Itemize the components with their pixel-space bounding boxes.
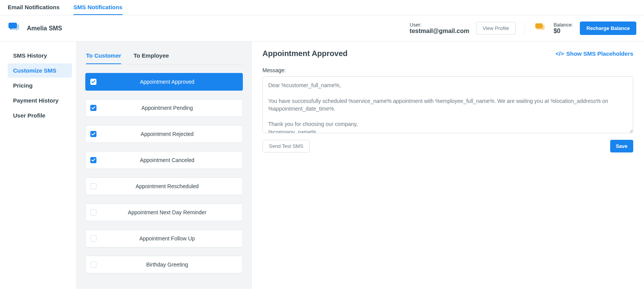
balance-block: Balance: $0 Recharge Balance	[525, 22, 636, 35]
sidebar-item-payment-history[interactable]: Payment History	[8, 93, 72, 108]
editor-header: Appointment Approved </> Show SMS Placeh…	[262, 49, 633, 58]
notif-card-appointment-pending[interactable]: Appointment Pending	[85, 99, 243, 117]
editor-title: Appointment Approved	[262, 49, 347, 58]
user-email: testmail@gmail.com	[410, 28, 469, 35]
tab-to-customer[interactable]: To Customer	[86, 50, 121, 64]
balance-label: Balance:	[554, 22, 573, 28]
chat-bubbles-balance-icon	[534, 23, 547, 34]
notif-checkbox[interactable]	[90, 105, 96, 111]
main-layout: SMS History Customize SMS Pricing Paymen…	[0, 41, 644, 289]
notif-card-appointment-next-day-reminder[interactable]: Appointment Next Day Reminder	[85, 204, 243, 221]
editor-actions: Send Test SMS Save	[262, 140, 633, 152]
svg-rect-3	[535, 23, 543, 28]
brand: Amelia SMS	[8, 22, 62, 35]
code-icon: </>	[556, 50, 564, 57]
sidebar-item-pricing[interactable]: Pricing	[8, 78, 72, 93]
send-test-sms-button[interactable]: Send Test SMS	[262, 140, 310, 152]
show-placeholders-link[interactable]: </> Show SMS Placeholders	[556, 50, 633, 57]
notif-card-appointment-follow-up[interactable]: Appointment Follow Up	[85, 230, 243, 247]
notif-card-appointment-rescheduled[interactable]: Appointment Rescheduled	[85, 177, 243, 195]
brand-title: Amelia SMS	[27, 25, 62, 32]
notif-label: Appointment Rescheduled	[96, 183, 238, 189]
tab-email-notifications[interactable]: Email Notifications	[8, 4, 60, 15]
recharge-balance-button[interactable]: Recharge Balance	[580, 22, 636, 35]
sidebar-item-customize-sms[interactable]: Customize SMS	[8, 63, 72, 78]
notif-checkbox[interactable]	[90, 183, 96, 189]
notif-label: Birthday Greeting	[96, 262, 238, 268]
save-button[interactable]: Save	[610, 140, 633, 152]
tab-to-employee[interactable]: To Employee	[133, 50, 169, 64]
svg-rect-1	[8, 23, 17, 28]
notif-checkbox[interactable]	[90, 209, 96, 215]
top-tabs: Email Notifications SMS Notifications	[0, 0, 644, 15]
notif-checkbox[interactable]	[90, 131, 96, 137]
notif-checkbox[interactable]	[90, 262, 96, 268]
notif-label: Appointment Pending	[96, 105, 238, 111]
tab-sms-notifications[interactable]: SMS Notifications	[73, 4, 123, 15]
notif-checkbox[interactable]	[90, 235, 96, 242]
sidebar-item-user-profile[interactable]: User Profile	[8, 108, 72, 123]
notif-card-appointment-approved[interactable]: Appointment Approved	[85, 73, 243, 91]
notif-label: Appointment Next Day Reminder	[96, 209, 238, 215]
view-profile-button[interactable]: View Profile	[476, 22, 515, 35]
sub-tabs: To Customer To Employee	[85, 48, 243, 65]
message-textarea[interactable]	[262, 76, 633, 133]
notif-checkbox[interactable]	[90, 79, 96, 85]
notif-checkbox[interactable]	[90, 157, 96, 163]
notifications-column: To Customer To Employee Appointment Appr…	[77, 41, 252, 289]
notif-card-appointment-canceled[interactable]: Appointment Canceled	[85, 151, 243, 169]
user-block: User: testmail@gmail.com View Profile	[410, 22, 525, 35]
message-label: Message:	[262, 67, 633, 73]
sidebar: SMS History Customize SMS Pricing Paymen…	[0, 41, 77, 289]
notif-label: Appointment Rejected	[96, 131, 238, 137]
notif-card-appointment-rejected[interactable]: Appointment Rejected	[85, 125, 243, 143]
notif-label: Appointment Canceled	[96, 157, 238, 163]
notif-label: Appointment Approved	[96, 79, 238, 85]
notif-card-birthday-greeting[interactable]: Birthday Greeting	[85, 256, 243, 273]
editor-column: Appointment Approved </> Show SMS Placeh…	[252, 41, 644, 289]
chat-bubbles-icon	[8, 22, 22, 35]
notif-label: Appointment Follow Up	[96, 235, 238, 242]
placeholders-link-label: Show SMS Placeholders	[566, 50, 633, 57]
header-bar: Amelia SMS User: testmail@gmail.com View…	[0, 15, 644, 41]
balance-value: $0	[554, 28, 573, 35]
user-label: User:	[410, 22, 469, 28]
sidebar-item-sms-history[interactable]: SMS History	[8, 48, 72, 63]
